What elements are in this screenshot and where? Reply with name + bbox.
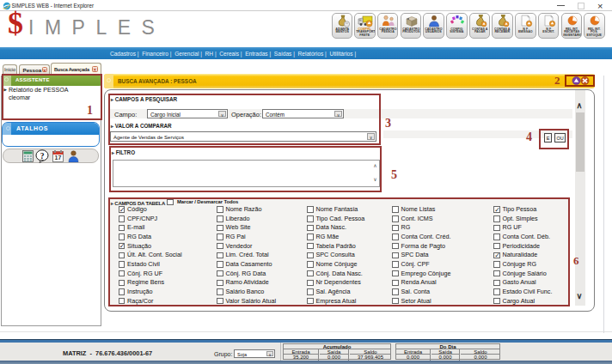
- svg-text:?: ?: [40, 152, 45, 161]
- svg-text:17: 17: [55, 155, 62, 161]
